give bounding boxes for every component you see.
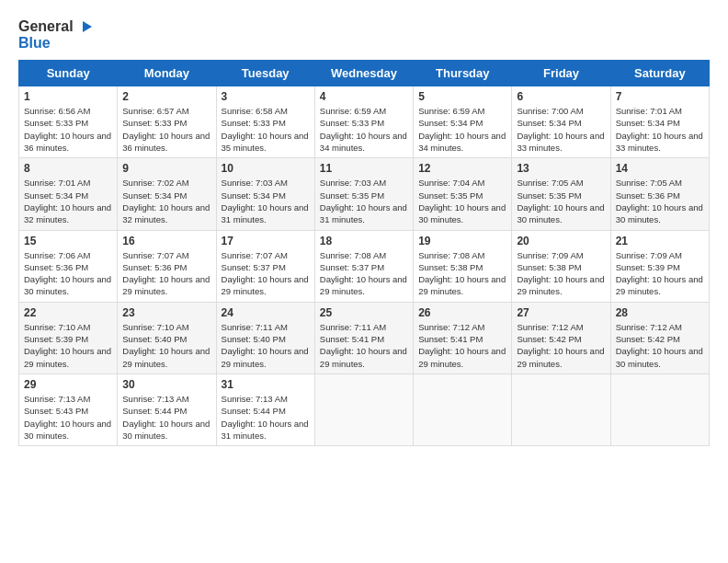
days-header-row: SundayMondayTuesdayWednesdayThursdayFrid… [19,61,710,86]
day-header-tuesday: Tuesday [216,61,314,86]
day-info: Sunrise: 7:08 AMSunset: 5:37 PMDaylight:… [320,249,408,298]
day-info: Sunrise: 7:03 AMSunset: 5:34 PMDaylight:… [222,177,310,225]
day-info: Sunrise: 7:04 AMSunset: 5:35 PMDaylight:… [418,177,506,225]
day-info: Sunrise: 7:12 AMSunset: 5:41 PMDaylight:… [418,321,506,370]
logo-blue: Blue [18,35,51,51]
day-info: Sunrise: 7:07 AMSunset: 5:37 PMDaylight:… [222,249,310,298]
day-info: Sunrise: 7:10 AMSunset: 5:40 PMDaylight:… [122,321,210,370]
calendar-cell: 22Sunrise: 7:10 AMSunset: 5:39 PMDayligh… [19,302,118,373]
calendar-cell: 19Sunrise: 7:08 AMSunset: 5:38 PMDayligh… [414,230,512,302]
day-info: Sunrise: 7:13 AMSunset: 5:44 PMDaylight:… [222,393,310,442]
calendar-cell: 6Sunrise: 7:00 AMSunset: 5:34 PMDaylight… [512,86,610,158]
calendar-cell: 15Sunrise: 7:06 AMSunset: 5:36 PMDayligh… [19,230,118,302]
day-number: 19 [418,235,506,247]
calendar-cell [314,373,413,445]
calendar-cell [414,373,512,445]
day-number: 22 [24,306,112,319]
week-row-3: 15Sunrise: 7:06 AMSunset: 5:36 PMDayligh… [19,230,710,302]
logo: General Blue [18,18,94,51]
day-number: 3 [222,90,310,103]
week-row-5: 29Sunrise: 7:13 AMSunset: 5:43 PMDayligh… [19,373,710,445]
day-number: 21 [616,235,704,247]
day-info: Sunrise: 6:59 AMSunset: 5:33 PMDaylight:… [320,105,408,154]
day-info: Sunrise: 7:12 AMSunset: 5:42 PMDaylight:… [616,321,704,370]
calendar-cell: 13Sunrise: 7:05 AMSunset: 5:35 PMDayligh… [512,158,610,230]
day-number: 25 [320,306,408,319]
day-number: 6 [517,90,605,103]
calendar-cell: 26Sunrise: 7:12 AMSunset: 5:41 PMDayligh… [414,302,512,373]
day-info: Sunrise: 7:11 AMSunset: 5:41 PMDaylight:… [320,321,408,370]
day-info: Sunrise: 7:01 AMSunset: 5:34 PMDaylight:… [24,177,112,225]
calendar-cell: 23Sunrise: 7:10 AMSunset: 5:40 PMDayligh… [118,302,216,373]
calendar-cell: 10Sunrise: 7:03 AMSunset: 5:34 PMDayligh… [216,158,314,230]
calendar-cell: 17Sunrise: 7:07 AMSunset: 5:37 PMDayligh… [216,230,314,302]
calendar-cell: 31Sunrise: 7:13 AMSunset: 5:44 PMDayligh… [216,373,314,445]
day-info: Sunrise: 7:06 AMSunset: 5:36 PMDaylight:… [24,249,112,298]
day-info: Sunrise: 7:00 AMSunset: 5:34 PMDaylight:… [517,105,605,154]
day-info: Sunrise: 7:10 AMSunset: 5:39 PMDaylight:… [24,321,112,370]
day-number: 12 [418,162,506,175]
day-number: 27 [517,306,605,319]
calendar-cell: 25Sunrise: 7:11 AMSunset: 5:41 PMDayligh… [314,302,413,373]
day-info: Sunrise: 7:01 AMSunset: 5:34 PMDaylight:… [616,105,704,154]
day-number: 11 [320,162,408,175]
day-number: 15 [24,235,112,247]
day-number: 29 [24,378,112,391]
calendar-cell [512,373,610,445]
calendar-cell: 21Sunrise: 7:09 AMSunset: 5:39 PMDayligh… [610,230,709,302]
day-info: Sunrise: 7:05 AMSunset: 5:36 PMDaylight:… [616,177,704,225]
day-number: 10 [222,162,310,175]
day-info: Sunrise: 7:11 AMSunset: 5:40 PMDaylight:… [222,321,310,370]
day-number: 2 [122,90,210,103]
logo-text: General Blue [18,18,94,51]
day-info: Sunrise: 7:13 AMSunset: 5:44 PMDaylight:… [122,393,210,442]
svg-marker-0 [83,21,92,32]
calendar-cell: 5Sunrise: 6:59 AMSunset: 5:34 PMDaylight… [414,86,512,158]
week-row-4: 22Sunrise: 7:10 AMSunset: 5:39 PMDayligh… [19,302,710,373]
day-header-friday: Friday [512,61,610,86]
day-info: Sunrise: 7:07 AMSunset: 5:36 PMDaylight:… [122,249,210,298]
day-info: Sunrise: 7:09 AMSunset: 5:38 PMDaylight:… [517,249,605,298]
day-header-wednesday: Wednesday [314,61,413,86]
week-row-2: 8Sunrise: 7:01 AMSunset: 5:34 PMDaylight… [19,158,710,230]
calendar-cell: 30Sunrise: 7:13 AMSunset: 5:44 PMDayligh… [118,373,216,445]
calendar-cell: 29Sunrise: 7:13 AMSunset: 5:43 PMDayligh… [19,373,118,445]
calendar-cell: 7Sunrise: 7:01 AMSunset: 5:34 PMDaylight… [610,86,709,158]
calendar-cell: 4Sunrise: 6:59 AMSunset: 5:33 PMDaylight… [314,86,413,158]
day-number: 8 [24,162,112,175]
logo-arrow-icon [75,19,94,34]
day-info: Sunrise: 7:08 AMSunset: 5:38 PMDaylight:… [418,249,506,298]
day-info: Sunrise: 7:02 AMSunset: 5:34 PMDaylight:… [122,177,210,225]
day-number: 7 [616,90,704,103]
day-number: 17 [222,235,310,247]
day-number: 14 [616,162,704,175]
day-info: Sunrise: 7:05 AMSunset: 5:35 PMDaylight:… [517,177,605,225]
day-info: Sunrise: 7:09 AMSunset: 5:39 PMDaylight:… [616,249,704,298]
day-number: 5 [418,90,506,103]
header: General Blue [18,18,710,51]
day-header-monday: Monday [118,61,216,86]
calendar-cell: 28Sunrise: 7:12 AMSunset: 5:42 PMDayligh… [610,302,709,373]
day-number: 23 [122,306,210,319]
calendar-cell: 1Sunrise: 6:56 AMSunset: 5:33 PMDaylight… [19,86,118,158]
calendar-cell [610,373,709,445]
calendar-cell: 24Sunrise: 7:11 AMSunset: 5:40 PMDayligh… [216,302,314,373]
day-header-saturday: Saturday [610,61,709,86]
day-info: Sunrise: 7:13 AMSunset: 5:43 PMDaylight:… [24,393,112,442]
day-number: 9 [122,162,210,175]
day-number: 16 [122,235,210,247]
calendar-cell: 3Sunrise: 6:58 AMSunset: 5:33 PMDaylight… [216,86,314,158]
day-number: 20 [517,235,605,247]
calendar-cell: 9Sunrise: 7:02 AMSunset: 5:34 PMDaylight… [118,158,216,230]
calendar-cell: 11Sunrise: 7:03 AMSunset: 5:35 PMDayligh… [314,158,413,230]
day-info: Sunrise: 7:03 AMSunset: 5:35 PMDaylight:… [320,177,408,225]
day-info: Sunrise: 6:56 AMSunset: 5:33 PMDaylight:… [24,105,112,154]
day-number: 31 [222,378,310,391]
day-header-sunday: Sunday [19,61,118,86]
week-row-1: 1Sunrise: 6:56 AMSunset: 5:33 PMDaylight… [19,86,710,158]
day-number: 13 [517,162,605,175]
calendar-cell: 18Sunrise: 7:08 AMSunset: 5:37 PMDayligh… [314,230,413,302]
day-number: 18 [320,235,408,247]
calendar-cell: 2Sunrise: 6:57 AMSunset: 5:33 PMDaylight… [118,86,216,158]
calendar-cell: 27Sunrise: 7:12 AMSunset: 5:42 PMDayligh… [512,302,610,373]
